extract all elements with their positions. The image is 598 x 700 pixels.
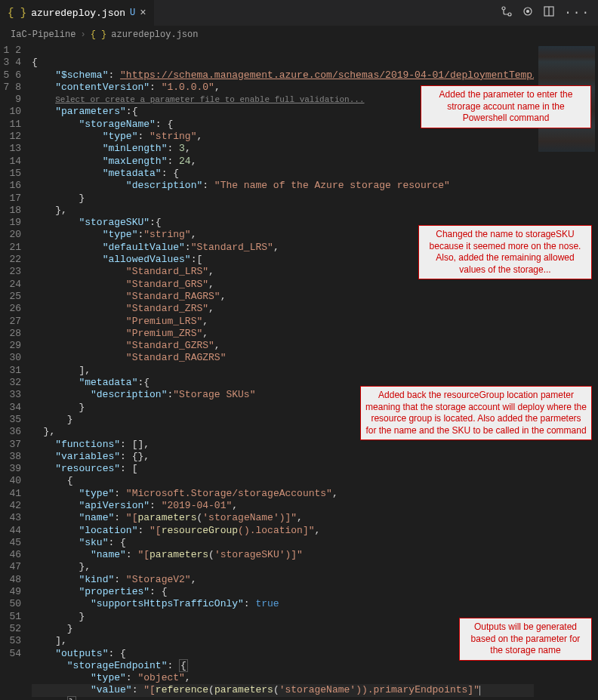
json-file-icon: { } — [8, 7, 26, 19]
json-file-icon: { } — [91, 29, 107, 40]
split-editor-icon[interactable] — [543, 5, 555, 20]
chevron-right-icon: › — [80, 29, 85, 40]
tab-bar: { } azuredeploy.json U × ··· — [0, 0, 598, 26]
tab-modified-badge: U — [130, 8, 135, 18]
svg-point-1 — [508, 13, 511, 16]
annotation-resourcegroup: Added back the resourceGroup location pa… — [360, 386, 592, 440]
preview-icon[interactable] — [522, 5, 534, 20]
annotation-storagesku: Changed the name to storageSKU because i… — [418, 225, 592, 279]
annotation-parameters: Added the parameter to enter the strorag… — [421, 85, 591, 128]
tab-filename: azuredeploy.json — [31, 8, 125, 19]
breadcrumb[interactable]: IaC-Pipeline › { } azuredeploy.json — [0, 26, 598, 43]
code-area[interactable]: { "$schema": "https://schema.management.… — [32, 43, 534, 700]
minimap[interactable] — [534, 43, 598, 700]
svg-point-3 — [527, 11, 529, 13]
more-actions-icon[interactable]: ··· — [564, 6, 590, 20]
codelens-parameter-file[interactable]: Select or create a parameter file to ena… — [55, 95, 364, 104]
editor[interactable]: 1 2 3 4 5 6 7 8 9 10 11 12 13 14 15 16 1… — [0, 43, 598, 700]
tab-azuredeploy[interactable]: { } azuredeploy.json U × — [0, 0, 155, 26]
tab-actions: ··· — [493, 0, 598, 26]
compare-changes-icon[interactable] — [501, 5, 513, 20]
close-icon[interactable]: × — [140, 7, 146, 19]
svg-point-0 — [502, 7, 505, 10]
line-number-gutter: 1 2 3 4 5 6 7 8 9 10 11 12 13 14 15 16 1… — [0, 43, 32, 700]
breadcrumb-file[interactable]: azuredeploy.json — [111, 29, 198, 40]
breadcrumb-folder[interactable]: IaC-Pipeline — [11, 29, 76, 40]
annotation-outputs: Outputs will be generated based on the p… — [459, 618, 592, 661]
